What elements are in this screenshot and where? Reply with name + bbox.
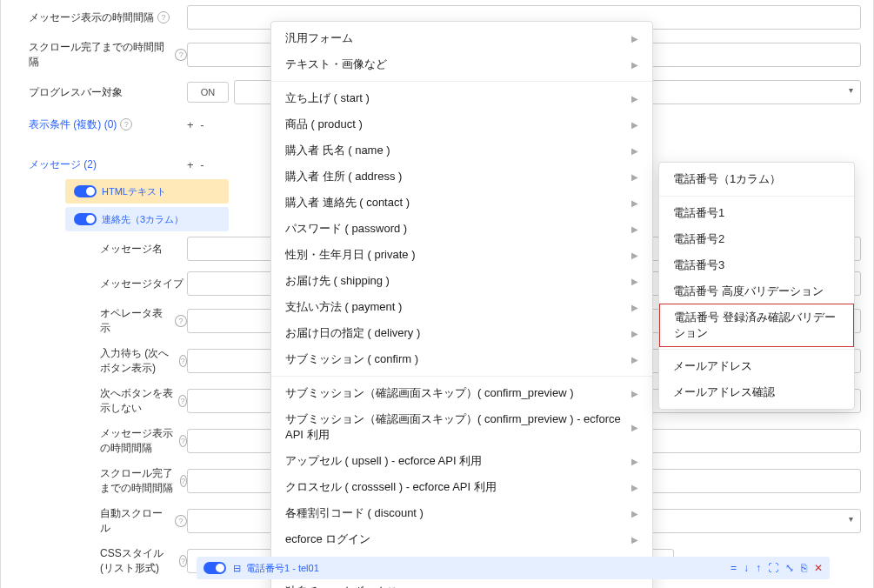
toggle-icon[interactable] xyxy=(74,185,97,197)
chevron-right-icon: ▶ xyxy=(631,34,638,43)
action-icon[interactable]: ⎘ xyxy=(801,562,807,574)
label-msg-type: メッセージタイプ xyxy=(100,277,183,291)
chevron-right-icon: ▶ xyxy=(631,60,638,70)
collapse-icon[interactable]: ⊟ xyxy=(233,563,241,574)
chevron-right-icon: ▶ xyxy=(631,329,638,338)
dropdown-menu-main: 汎用フォーム▶テキスト・画像など▶立ち上げ ( start )▶商品 ( pro… xyxy=(270,21,653,588)
chevron-right-icon: ▶ xyxy=(631,509,638,518)
chevron-right-icon: ▶ xyxy=(631,224,638,234)
label-scroll-interval: スクロール完了までの時間間隔 xyxy=(29,40,171,70)
toggle-icon[interactable] xyxy=(203,562,226,574)
form-item-bar[interactable]: ⊟ 電話番号1 - tel01 =↓↑⛶⤡⎘✕ xyxy=(197,557,830,579)
submenu-title[interactable]: 電話番号（1カラム） xyxy=(659,166,854,192)
label-interval2: メッセージ表示の時間間隔 xyxy=(100,426,176,456)
toggle-on[interactable]: ON xyxy=(187,82,229,103)
chevron-right-icon: ▶ xyxy=(631,94,638,104)
label-no-next: 次へボタンを表示しない xyxy=(100,386,175,416)
menu-item[interactable]: パスワード ( password )▶ xyxy=(271,216,652,242)
label-progress: プログレスバー対象 xyxy=(29,85,123,100)
menu-item[interactable]: お届け日の指定 ( delivery )▶ xyxy=(271,320,652,346)
chevron-right-icon: ▶ xyxy=(631,146,638,156)
label-operator: オペレータ表示 xyxy=(100,306,171,336)
block-contact-3col[interactable]: 連絡先（3カラム） xyxy=(65,207,229,231)
action-icon[interactable]: ⛶ xyxy=(768,562,778,574)
menu-item[interactable]: お届け先 ( shipping )▶ xyxy=(271,268,652,294)
menu-item[interactable]: 汎用フォーム▶ xyxy=(271,25,652,51)
form-item-label: 電話番号1 - tel01 xyxy=(246,562,319,575)
help-icon[interactable]: ? xyxy=(179,355,187,367)
block-html-text[interactable]: HTMLテキスト xyxy=(65,179,229,204)
help-icon[interactable]: ? xyxy=(175,515,187,527)
menu-item[interactable]: サブミッション（確認画面スキップ）( confirm_preview ) - e… xyxy=(271,406,652,448)
label-autoscroll: 自動スクロール xyxy=(100,506,171,536)
submenu-item[interactable]: メールアドレス確認 xyxy=(659,379,854,405)
label-input-wait: 入力待ち (次へボタン表示) xyxy=(100,346,176,376)
action-icon[interactable]: = xyxy=(731,562,737,574)
action-icon[interactable]: ⤡ xyxy=(785,562,794,574)
label-msg-interval: メッセージ表示の時間間隔 xyxy=(29,10,154,25)
chevron-right-icon: ▶ xyxy=(631,457,638,466)
chevron-right-icon: ▶ xyxy=(631,172,638,182)
submenu-item[interactable]: メールアドレス xyxy=(659,353,854,379)
menu-item[interactable]: 購入者 氏名 ( name )▶ xyxy=(271,137,652,164)
submenu-item[interactable]: 電話番号3 xyxy=(659,252,854,278)
action-icon[interactable]: ↑ xyxy=(756,562,761,574)
submenu-item[interactable]: 電話番号1 xyxy=(659,200,854,226)
menu-item[interactable]: 各種割引コード ( discount )▶ xyxy=(271,500,652,526)
submenu-item[interactable]: 電話番号 登録済み確認バリデーション xyxy=(659,304,854,347)
chevron-right-icon: ▶ xyxy=(631,198,638,208)
chevron-right-icon: ▶ xyxy=(631,303,638,312)
help-icon[interactable]: ? xyxy=(120,118,132,130)
link-conditions[interactable]: 表示条件 (複数) (0) xyxy=(29,117,117,132)
menu-item[interactable]: ecforce ログイン▶ xyxy=(271,526,652,552)
dropdown-submenu-contact: 電話番号（1カラム）電話番号1電話番号2電話番号3電話番号 高度バリデーション電… xyxy=(658,162,855,410)
help-icon[interactable]: ? xyxy=(179,435,187,447)
chevron-right-icon: ▶ xyxy=(631,535,638,545)
help-icon[interactable]: ? xyxy=(179,555,187,567)
chevron-right-icon: ▶ xyxy=(631,389,638,398)
help-icon[interactable]: ? xyxy=(175,49,187,61)
help-icon[interactable]: ? xyxy=(178,395,187,407)
link-messages[interactable]: メッセージ (2) xyxy=(29,157,97,172)
chevron-right-icon: ▶ xyxy=(631,277,638,286)
chevron-right-icon: ▶ xyxy=(631,355,638,364)
menu-item[interactable]: サブミッション（確認画面スキップ）( confirm_preview )▶ xyxy=(271,380,652,406)
menu-item[interactable]: 購入者 連絡先 ( contact )▶ xyxy=(271,190,652,216)
label-scroll2: スクロール完了までの時間間隔 xyxy=(100,466,177,496)
submenu-item[interactable]: 電話番号2 xyxy=(659,226,854,252)
menu-item[interactable]: 商品 ( product )▶ xyxy=(271,111,652,137)
menu-item[interactable]: サブミッション ( confirm )▶ xyxy=(271,346,652,372)
chevron-right-icon: ▶ xyxy=(631,483,638,492)
menu-item[interactable]: アップセル ( upsell ) - ecforce API 利用▶ xyxy=(271,448,652,474)
menu-item[interactable]: 支払い方法 ( payment )▶ xyxy=(271,294,652,320)
menu-item[interactable]: テキスト・画像など▶ xyxy=(271,51,652,77)
help-icon[interactable]: ? xyxy=(180,475,187,487)
btn-plusminus[interactable]: + - xyxy=(187,158,206,171)
menu-item[interactable]: 購入者 住所 ( address )▶ xyxy=(271,164,652,190)
toggle-icon[interactable] xyxy=(74,213,97,225)
action-icon[interactable]: ✕ xyxy=(814,562,823,574)
chevron-right-icon: ▶ xyxy=(631,251,638,260)
label-msg-name: メッセージ名 xyxy=(100,242,163,257)
menu-item[interactable]: 性別・生年月日 ( private )▶ xyxy=(271,242,652,268)
chevron-right-icon: ▶ xyxy=(631,120,638,130)
action-icon[interactable]: ↓ xyxy=(744,562,749,574)
menu-item[interactable]: クロスセル ( crosssell ) - ecforce API 利用▶ xyxy=(271,474,652,500)
btn-plusminus[interactable]: + - xyxy=(187,118,206,131)
help-icon[interactable]: ? xyxy=(157,11,170,23)
help-icon[interactable]: ? xyxy=(175,315,187,327)
label-css: CSSスタイル (リスト形式) xyxy=(100,546,176,576)
menu-item[interactable]: 立ち上げ ( start )▶ xyxy=(271,85,652,111)
submenu-item[interactable]: 電話番号 高度バリデーション xyxy=(659,278,854,304)
menu-item[interactable]: 独自チェックボックス▶ xyxy=(271,578,652,588)
chevron-right-icon: ▶ xyxy=(631,423,638,432)
